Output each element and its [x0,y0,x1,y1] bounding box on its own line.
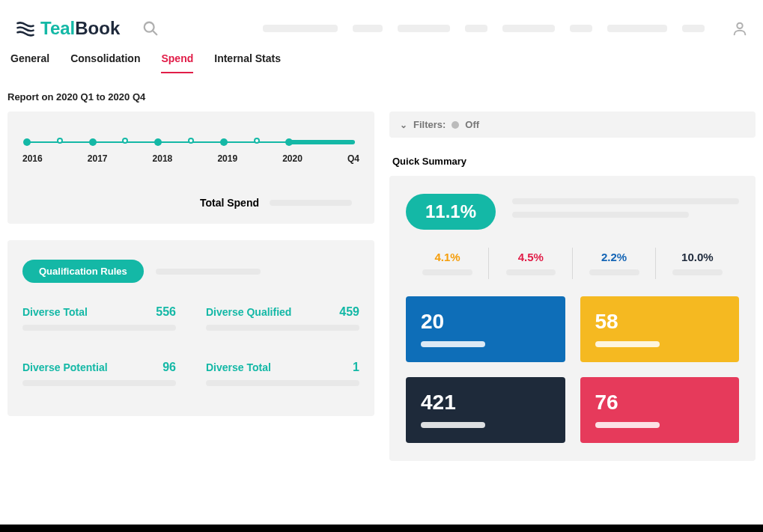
metric-diverse-qualified: Diverse Qualified 459 [206,305,359,331]
tab-internal-stats[interactable]: Internal Stats [214,46,281,70]
logo-icon [15,18,36,39]
metric-diverse-potential: Diverse Potential 96 [22,361,176,386]
svg-point-2 [737,23,742,28]
summary-big-pct: 11.1% [406,194,496,230]
card-value: 20 [421,310,550,334]
search-icon[interactable] [142,20,159,37]
chevron-down-icon: ⌄ [400,120,407,130]
card-value: 58 [595,310,725,334]
header-placeholders [263,20,748,37]
summary-pct-1: 4.1% [406,251,489,263]
timeline-label: 2020 [282,153,303,164]
filters-bar[interactable]: ⌄ Filters: Off [389,111,756,138]
summary-pct-3: 2.2% [573,251,656,263]
summary-card-1[interactable]: 20 [406,296,565,362]
timeline-panel: 2016 2017 2018 2019 2020 Q4 Total Spend [7,111,374,224]
summary-pct-4: 10.0% [656,251,739,263]
report-title: Report on 2020 Q1 to 2020 Q4 [0,78,763,111]
user-icon[interactable] [732,20,748,37]
metric-label: Diverse Qualified [206,306,291,318]
timeline-slider[interactable] [27,138,355,146]
metric-label: Diverse Potential [22,361,108,373]
timeline-label: 2017 [88,153,108,164]
metric-diverse-total: Diverse Total 556 [22,305,176,331]
metric-diverse-total-2: Diverse Total 1 [206,361,359,386]
metric-label: Diverse Total [206,361,271,373]
tab-general[interactable]: General [10,46,49,70]
card-value: 76 [595,391,725,415]
total-spend-label: Total Spend [200,197,259,209]
summary-card-3[interactable]: 421 [406,377,565,443]
qualification-rules-pill[interactable]: Qualification Rules [22,260,144,283]
metric-value: 459 [339,305,359,319]
total-spend-bar [270,200,352,206]
filters-label: Filters: [413,119,446,130]
filters-state: Off [465,119,479,130]
svg-line-1 [153,31,157,35]
quick-summary-title: Quick Summary [389,156,756,167]
timeline-label: 2016 [22,153,43,164]
tab-spend[interactable]: Spend [161,46,193,70]
summary-pct-2: 4.5% [489,251,572,263]
metric-value: 1 [353,361,359,374]
summary-card-2[interactable]: 58 [580,296,740,362]
logo[interactable]: TealBook [15,18,120,39]
timeline-label: 2018 [153,153,173,164]
timeline-label: 2019 [217,153,237,164]
tab-consolidation[interactable]: Consolidation [70,46,140,70]
logo-text-teal: Teal [40,18,75,38]
timeline-label: Q4 [347,153,359,164]
filter-state-dot-icon [452,121,459,129]
card-value: 421 [421,391,550,415]
summary-panel: 11.1% 4.1% 4.5% 2.2% [389,176,756,461]
metric-value: 96 [162,361,176,374]
qualification-head-bar [156,269,261,275]
summary-card-4[interactable]: 76 [580,377,740,443]
metric-value: 556 [156,305,176,319]
metric-label: Diverse Total [22,306,88,318]
qualification-panel: Qualification Rules Diverse Total 556 Di… [7,240,374,416]
logo-text-dark: Book [75,18,120,38]
